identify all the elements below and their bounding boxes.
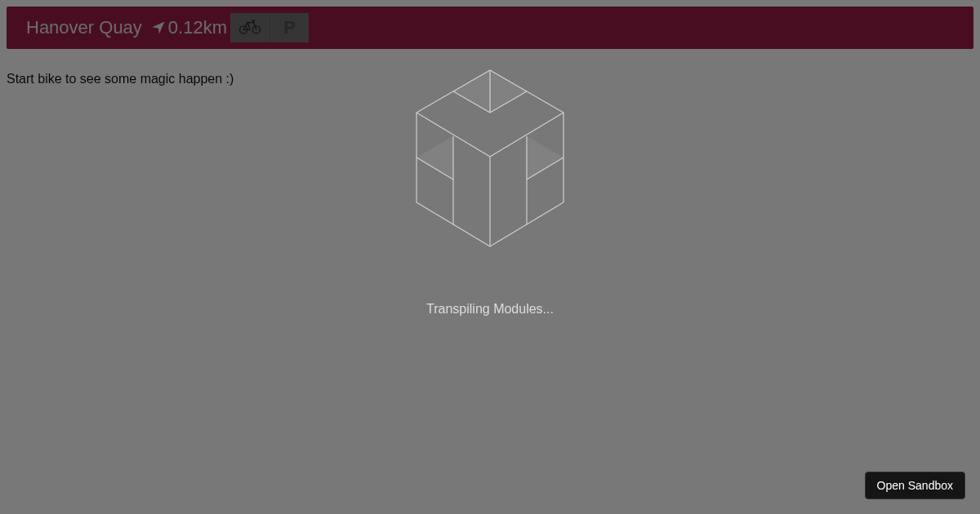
codesandbox-logo-icon — [408, 65, 572, 253]
loader: Transpiling Modules... — [408, 65, 572, 317]
svg-marker-8 — [453, 70, 527, 113]
open-sandbox-button[interactable]: Open Sandbox — [865, 472, 965, 499]
svg-marker-9 — [416, 136, 453, 179]
svg-marker-10 — [527, 136, 564, 179]
loading-overlay: Transpiling Modules... Open Sandbox — [0, 0, 980, 514]
loading-status-text: Transpiling Modules... — [426, 302, 554, 317]
